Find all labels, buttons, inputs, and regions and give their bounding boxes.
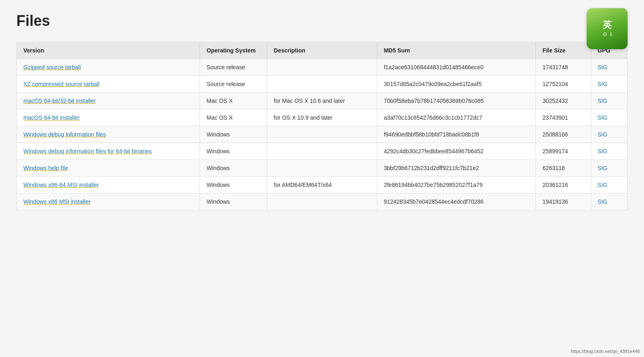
md5-cell: 4292c4db30c27fedbbee8544967b6452 [377, 143, 536, 160]
filesize-cell: 19419136 [536, 193, 591, 210]
gpg-cell: SIG [591, 160, 627, 177]
version-link[interactable]: Windows debug information files [23, 131, 106, 138]
md5-cell: 3bbf29b6712b231d2dff9211fc7b21e2 [377, 160, 536, 177]
description-cell: for OS X 10.9 and later [267, 109, 377, 126]
os-cell: Source release [200, 76, 267, 93]
version-cell: Windows debug information files [17, 126, 200, 143]
col-header-description: Description [267, 42, 377, 59]
os-cell: Windows [200, 177, 267, 193]
version-cell: Windows debug information files for 64-b… [17, 143, 200, 160]
gpg-cell: SIG [591, 93, 627, 109]
md5-cell: 912428345b7e0428544ec4edcdf70286 [377, 193, 536, 210]
description-cell [267, 160, 377, 177]
gpg-cell: SIG [591, 126, 627, 143]
md5-cell: f1a2ace631068444831d01485466ece0 [377, 59, 536, 76]
sig-link[interactable]: SIG [598, 131, 608, 138]
sig-link[interactable]: SIG [598, 81, 608, 87]
os-cell: Windows [200, 160, 267, 177]
version-link[interactable]: Windows debug information files for 64-b… [23, 148, 152, 155]
table-header-row: Version Operating System Description MD5… [17, 42, 628, 59]
os-cell: Windows [200, 143, 267, 160]
description-cell [267, 126, 377, 143]
version-cell: Windows x86-64 MSI installer [17, 177, 200, 193]
table-row: Windows debug information filesWindowsf9… [17, 126, 628, 143]
table-row: Windows x86 MSI installerWindows91242834… [17, 193, 628, 210]
sig-link[interactable]: SIG [598, 182, 608, 188]
version-cell: Windows help file [17, 160, 200, 177]
version-link[interactable]: Windows help file [23, 165, 68, 171]
version-link[interactable]: macOS 64-bit/32-bit installer [23, 98, 96, 104]
files-table: Version Operating System Description MD5… [16, 42, 628, 210]
filesize-cell: 12752104 [536, 76, 591, 93]
version-cell: Windows x86 MSI installer [17, 193, 200, 210]
sig-link[interactable]: SIG [598, 165, 608, 171]
gpg-cell: SIG [591, 109, 627, 126]
table-row: Windows x86-64 MSI installerWindowsfor A… [17, 177, 628, 193]
table-row: Gzipped source tarballSource releasef1a2… [17, 59, 628, 76]
col-header-filesize: File Size [536, 42, 591, 59]
sig-link[interactable]: SIG [598, 198, 608, 205]
page-title: Files [16, 12, 628, 30]
description-cell [267, 59, 377, 76]
md5-cell: a3af70c13c654276d66c3c1cb1772dc7 [377, 109, 536, 126]
description-cell [267, 76, 377, 93]
version-link[interactable]: Windows x86 MSI installer [23, 198, 91, 205]
description-cell [267, 193, 377, 210]
sig-link[interactable]: SIG [598, 98, 608, 104]
md5-cell: f94690edbbf58b10bfd718badc08b1f8 [377, 126, 536, 143]
gpg-cell: SIG [591, 59, 627, 76]
table-row: Windows debug information files for 64-b… [17, 143, 628, 160]
col-header-md5: MD5 Sum [377, 42, 536, 59]
md5-cell: 70b0f58eba7b78b174056369b076c085 [377, 93, 536, 109]
os-cell: Mac OS X [200, 109, 267, 126]
col-header-version: Version [17, 42, 200, 59]
version-cell: macOS 64-bit installer [17, 109, 200, 126]
md5-cell: 30157d85a2c0479c09ea2cbe61f2aaf5 [377, 76, 536, 93]
os-cell: Windows [200, 193, 267, 210]
os-cell: Source release [200, 59, 267, 76]
app-icon: 英 ⚙ ℹ [587, 8, 628, 49]
table-row: Windows help fileWindows3bbf29b6712b231d… [17, 160, 628, 177]
version-link[interactable]: XZ compressed source tarball [23, 81, 100, 87]
sig-link[interactable]: SIG [598, 64, 608, 70]
app-icon-gear: ⚙ [603, 31, 608, 37]
description-cell: for Mac OS X 10.6 and later [267, 93, 377, 109]
version-link[interactable]: Windows x86-64 MSI installer [23, 182, 99, 188]
version-cell: Gzipped source tarball [17, 59, 200, 76]
version-link[interactable]: macOS 64-bit installer [23, 114, 80, 121]
filesize-cell: 6263118 [536, 160, 591, 177]
table-row: macOS 64-bit installerMac OS Xfor OS X 1… [17, 109, 628, 126]
version-cell: macOS 64-bit/32-bit installer [17, 93, 200, 109]
filesize-cell: 25088166 [536, 126, 591, 143]
gpg-cell: SIG [591, 177, 627, 193]
filesize-cell: 23743901 [536, 109, 591, 126]
filesize-cell: 30252432 [536, 93, 591, 109]
filesize-cell: 20361216 [536, 177, 591, 193]
table-row: XZ compressed source tarballSource relea… [17, 76, 628, 93]
gpg-cell: SIG [591, 193, 627, 210]
gpg-cell: SIG [591, 143, 627, 160]
os-cell: Mac OS X [200, 93, 267, 109]
sig-link[interactable]: SIG [598, 114, 608, 121]
version-link[interactable]: Gzipped source tarball [23, 64, 81, 70]
description-cell: for AMD64/EM64T/x64 [267, 177, 377, 193]
footer-url: https://blog.csdn.net/qn_4391e446 [571, 349, 640, 354]
sig-link[interactable]: SIG [598, 148, 608, 155]
col-header-os: Operating System [200, 42, 267, 59]
md5-cell: 2fe86194bb4027be75b29852027f1a79 [377, 177, 536, 193]
filesize-cell: 25899174 [536, 143, 591, 160]
app-icon-text: 英 [603, 20, 612, 30]
version-cell: XZ compressed source tarball [17, 76, 200, 93]
description-cell [267, 143, 377, 160]
app-icon-info: ℹ [610, 31, 612, 37]
os-cell: Windows [200, 126, 267, 143]
gpg-cell: SIG [591, 76, 627, 93]
table-row: macOS 64-bit/32-bit installerMac OS Xfor… [17, 93, 628, 109]
filesize-cell: 17431748 [536, 59, 591, 76]
